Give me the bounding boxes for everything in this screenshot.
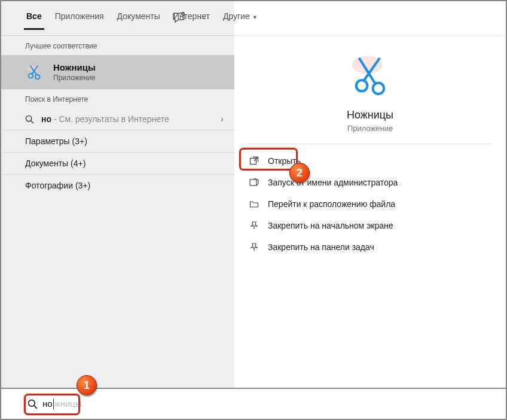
scissors-icon bbox=[25, 63, 44, 82]
results-pane: Все Приложения Документы Интернет Другие… bbox=[1, 1, 234, 388]
tab-all[interactable]: Все bbox=[26, 8, 42, 29]
action-list: Открыть Запуск от имени администратора П… bbox=[234, 148, 506, 258]
open-icon bbox=[249, 156, 259, 166]
preview-subtitle: Приложение bbox=[347, 124, 393, 133]
action-open-location[interactable]: Перейти к расположению файла bbox=[243, 193, 497, 215]
scissors-icon bbox=[347, 53, 393, 99]
folder-icon bbox=[249, 199, 259, 209]
action-open[interactable]: Открыть bbox=[243, 150, 497, 172]
svg-rect-10 bbox=[250, 179, 256, 185]
svg-point-7 bbox=[356, 80, 368, 92]
search-bar: ножницы bbox=[1, 388, 506, 419]
admin-icon bbox=[249, 177, 259, 188]
row-photos[interactable]: Фотографии (3+) bbox=[1, 175, 234, 196]
svg-line-5 bbox=[31, 120, 33, 123]
svg-point-3 bbox=[35, 74, 40, 79]
pin-icon bbox=[249, 220, 259, 231]
section-web-search: Поиск в Интернете bbox=[1, 89, 234, 108]
pin-icon bbox=[249, 242, 259, 252]
row-settings[interactable]: Параметры (3+) bbox=[1, 130, 234, 152]
svg-point-11 bbox=[29, 400, 35, 406]
preview-pane: Ножницы Приложение Открыть Запуск от име… bbox=[234, 1, 506, 388]
tab-apps[interactable]: Приложения bbox=[55, 8, 104, 29]
filter-header: Все Приложения Документы Интернет Другие… bbox=[1, 1, 234, 36]
more-icon[interactable]: ··· bbox=[199, 13, 210, 23]
preview-title: Ножницы bbox=[347, 109, 393, 121]
chevron-down-icon: ▼ bbox=[252, 14, 258, 20]
tab-docs[interactable]: Документы bbox=[117, 8, 160, 29]
action-pin-taskbar[interactable]: Закрепить на панели задач bbox=[243, 236, 497, 258]
search-icon bbox=[28, 399, 38, 409]
search-input[interactable]: ножницы bbox=[42, 398, 495, 410]
svg-point-4 bbox=[26, 115, 31, 121]
tab-more[interactable]: Другие▼ bbox=[223, 8, 258, 29]
feedback-icon[interactable] bbox=[173, 12, 186, 24]
row-documents[interactable]: Документы (4+) bbox=[1, 153, 234, 174]
best-match-subtitle: Приложение bbox=[53, 74, 96, 82]
action-run-admin[interactable]: Запуск от имени администратора bbox=[243, 172, 497, 193]
best-match-title: Ножницы bbox=[53, 62, 96, 72]
chevron-right-icon: › bbox=[221, 114, 224, 124]
svg-rect-9 bbox=[251, 159, 256, 165]
svg-line-12 bbox=[34, 406, 37, 409]
search-icon bbox=[25, 115, 34, 124]
section-best-match: Лучшее соответствие bbox=[1, 36, 234, 55]
best-match-result[interactable]: Ножницы Приложение bbox=[1, 55, 234, 89]
web-search-row[interactable]: но - См. результаты в Интернете › bbox=[1, 108, 234, 130]
action-pin-start[interactable]: Закрепить на начальном экране bbox=[243, 215, 497, 236]
